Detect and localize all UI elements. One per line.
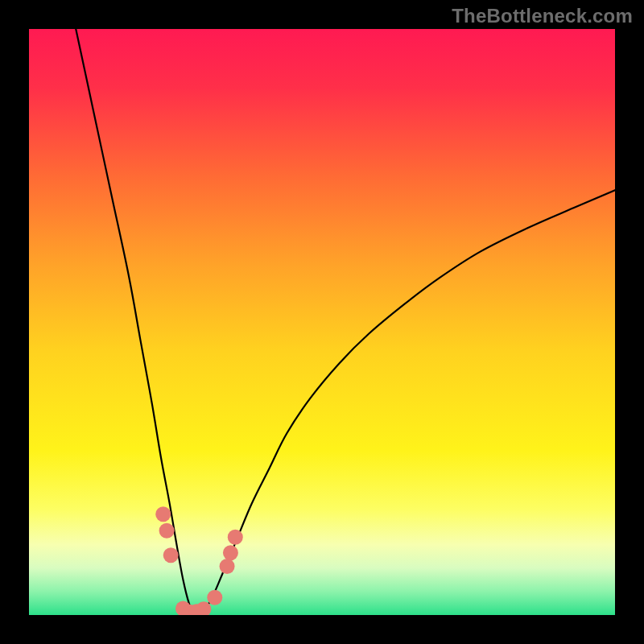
heat-gradient	[29, 29, 615, 615]
svg-rect-0	[29, 29, 615, 615]
chart-frame: TheBottleneck.com	[0, 0, 644, 644]
plot-area	[29, 29, 615, 615]
watermark-text: TheBottleneck.com	[452, 5, 633, 27]
